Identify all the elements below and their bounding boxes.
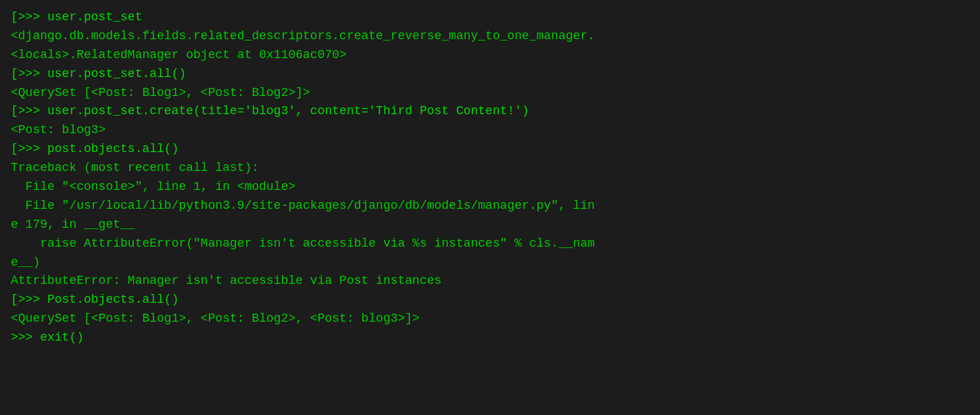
terminal-line: [>>> user.post_set (11, 8, 969, 27)
terminal-line: e 179, in __get__ (11, 216, 969, 235)
terminal-window[interactable]: [>>> user.post_set<django.db.models.fiel… (0, 0, 980, 415)
terminal-line: Traceback (most recent call last): (11, 159, 969, 178)
terminal-line: File "<console>", line 1, in <module> (11, 178, 969, 197)
terminal-line: [>>> post.objects.all() (11, 140, 969, 159)
terminal-line: <QuerySet [<Post: Blog1>, <Post: Blog2>]… (11, 84, 969, 103)
terminal-line: AttributeError: Manager isn't accessible… (11, 272, 969, 291)
terminal-line: [>>> user.post_set.create(title='blog3',… (11, 102, 969, 121)
terminal-line: <Post: blog3> (11, 121, 969, 140)
terminal-line: <locals>.RelatedManager object at 0x1106… (11, 46, 969, 65)
terminal-line: raise AttributeError("Manager isn't acce… (11, 235, 969, 253)
terminal-line: e__) (11, 253, 969, 272)
terminal-line: [>>> user.post_set.all() (11, 65, 969, 84)
terminal-line: <django.db.models.fields.related_descrip… (11, 27, 969, 46)
terminal-line: >>> exit() (11, 328, 969, 347)
terminal-line: File "/usr/local/lib/python3.9/site-pack… (11, 197, 969, 216)
terminal-line: <QuerySet [<Post: Blog1>, <Post: Blog2>,… (11, 310, 969, 328)
terminal-line: [>>> Post.objects.all() (11, 291, 969, 310)
